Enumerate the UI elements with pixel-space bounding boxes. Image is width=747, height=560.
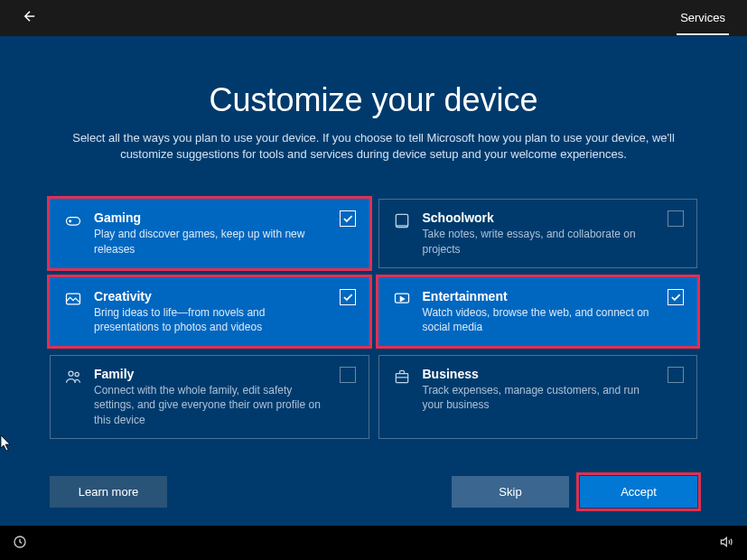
- card-desc: Watch videos, browse the web, and connec…: [423, 305, 659, 334]
- svg-point-4: [75, 373, 79, 377]
- card-title: Entertainment: [423, 289, 659, 303]
- usage-grid: Gaming Play and discover games, keep up …: [50, 199, 697, 438]
- checkbox[interactable]: [668, 289, 684, 305]
- card-desc: Track expenses, manage customers, and ru…: [423, 383, 659, 412]
- gaming-icon: [63, 210, 83, 230]
- svg-rect-0: [67, 218, 80, 225]
- taskbar: [0, 526, 747, 560]
- card-family[interactable]: Family Connect with the whole family, ed…: [50, 355, 369, 439]
- accept-button[interactable]: Accept: [580, 476, 697, 508]
- page-subtitle: Select all the ways you plan to use your…: [67, 130, 681, 163]
- entertainment-icon: [392, 289, 412, 309]
- tab-services[interactable]: Services: [677, 2, 729, 35]
- card-business[interactable]: Business Track expenses, manage customer…: [378, 355, 698, 439]
- skip-button[interactable]: Skip: [452, 476, 569, 508]
- card-title: Schoolwork: [423, 210, 659, 225]
- card-title: Business: [423, 367, 659, 381]
- learn-more-button[interactable]: Learn more: [50, 476, 167, 508]
- card-schoolwork[interactable]: Schoolwork Take notes, write essays, and…: [378, 199, 698, 267]
- checkbox[interactable]: [340, 289, 356, 305]
- checkbox[interactable]: [340, 367, 356, 383]
- card-title: Family: [94, 367, 331, 381]
- title-bar: Services: [0, 0, 747, 36]
- back-button[interactable]: [18, 5, 42, 33]
- checkbox[interactable]: [668, 210, 684, 227]
- footer-buttons: Learn more Skip Accept: [50, 476, 697, 508]
- family-icon: [63, 367, 83, 387]
- sound-icon[interactable]: [720, 535, 734, 552]
- card-desc: Bring ideas to life—from novels and pres…: [94, 305, 331, 334]
- checkbox[interactable]: [668, 367, 684, 383]
- checkbox[interactable]: [340, 210, 356, 227]
- card-desc: Play and discover games, keep up with ne…: [94, 227, 331, 256]
- creativity-icon: [63, 289, 83, 309]
- schoolwork-icon: [392, 210, 412, 230]
- card-title: Gaming: [94, 210, 331, 225]
- business-icon: [392, 367, 412, 387]
- accessibility-icon[interactable]: [13, 535, 27, 552]
- svg-point-3: [69, 371, 73, 376]
- svg-rect-5: [396, 374, 407, 383]
- card-desc: Take notes, write essays, and collaborat…: [423, 227, 659, 256]
- card-entertainment[interactable]: Entertainment Watch videos, browse the w…: [378, 277, 698, 346]
- page-title: Customize your device: [50, 81, 697, 119]
- main-content: Customize your device Select all the way…: [0, 36, 747, 526]
- card-title: Creativity: [94, 289, 331, 303]
- card-desc: Connect with the whole family, edit safe…: [94, 383, 331, 427]
- card-gaming[interactable]: Gaming Play and discover games, keep up …: [50, 199, 369, 267]
- card-creativity[interactable]: Creativity Bring ideas to life—from nove…: [50, 277, 369, 346]
